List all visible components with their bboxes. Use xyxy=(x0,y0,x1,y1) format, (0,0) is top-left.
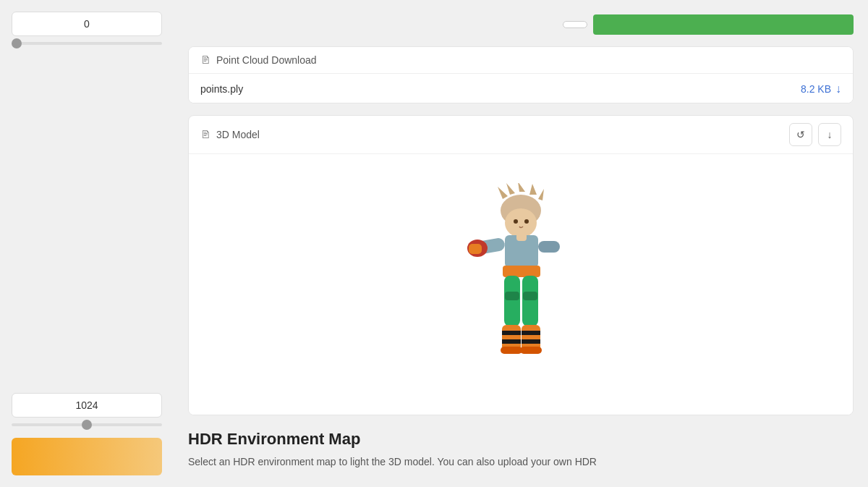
orange-action-button[interactable] xyxy=(12,438,162,475)
point-cloud-section: 🖹 Point Cloud Download points.ply 8.2 KB… xyxy=(188,46,854,103)
point-cloud-download-button[interactable]: 8.2 KB ↓ xyxy=(801,82,841,96)
svg-rect-16 xyxy=(504,276,520,326)
point-cloud-header: 🖹 Point Cloud Download xyxy=(189,47,853,74)
svg-rect-25 xyxy=(522,331,540,335)
model-3d-header: 🖹 3D Model ↺ ↓ xyxy=(189,116,853,154)
svg-rect-13 xyxy=(469,244,482,254)
svg-rect-19 xyxy=(523,292,537,300)
svg-rect-23 xyxy=(501,347,522,354)
svg-marker-4 xyxy=(529,184,537,195)
download-icon: ↓ xyxy=(827,129,833,140)
svg-rect-22 xyxy=(502,339,521,344)
outline-action-button[interactable] xyxy=(563,21,587,28)
point-cloud-file-row: points.ply 8.2 KB ↓ xyxy=(189,74,853,103)
file-icon: 🖹 xyxy=(200,54,210,66)
hdr-title: HDR Environment Map xyxy=(188,430,854,449)
point-cloud-label: Point Cloud Download xyxy=(216,54,317,66)
sidebar: 0 1024 xyxy=(0,0,174,487)
reset-icon: ↺ xyxy=(796,129,805,140)
top-strip xyxy=(188,14,854,35)
top-value-input[interactable]: 0 xyxy=(12,12,162,36)
hdr-section: HDR Environment Map Select an HDR enviro… xyxy=(188,427,854,473)
top-input-group: 0 xyxy=(12,12,162,45)
svg-rect-27 xyxy=(520,347,542,354)
svg-marker-2 xyxy=(506,183,515,195)
green-progress-bar xyxy=(593,14,854,35)
bottom-slider[interactable] xyxy=(12,423,162,426)
point-cloud-download-icon: ↓ xyxy=(835,82,841,96)
svg-point-7 xyxy=(514,219,518,224)
character-svg xyxy=(463,183,579,393)
svg-marker-3 xyxy=(518,183,525,192)
model-viewport[interactable] xyxy=(189,154,853,415)
svg-rect-18 xyxy=(505,292,519,300)
svg-rect-14 xyxy=(538,241,560,253)
svg-marker-5 xyxy=(538,189,544,200)
svg-marker-1 xyxy=(498,187,508,199)
svg-rect-17 xyxy=(522,276,538,326)
bottom-input-group: 1024 xyxy=(12,393,162,426)
top-slider[interactable] xyxy=(12,42,162,45)
svg-rect-15 xyxy=(503,266,540,277)
hdr-description: Select an HDR environment map to light t… xyxy=(188,454,854,470)
svg-rect-26 xyxy=(522,339,540,344)
svg-rect-10 xyxy=(516,232,527,241)
model-3d-section: 🖹 3D Model ↺ ↓ xyxy=(188,115,854,415)
point-cloud-filename: points.ply xyxy=(200,83,243,95)
model-file-icon: 🖹 xyxy=(200,129,210,140)
model-header-actions: ↺ ↓ xyxy=(789,123,841,146)
svg-point-8 xyxy=(524,219,529,224)
model-3d-label: 3D Model xyxy=(216,129,260,140)
svg-rect-21 xyxy=(502,331,521,335)
model-header-left: 🖹 3D Model xyxy=(200,129,260,140)
model-reset-button[interactable]: ↺ xyxy=(789,123,812,146)
point-cloud-filesize: 8.2 KB xyxy=(801,83,831,95)
bottom-value-input[interactable]: 1024 xyxy=(12,393,162,418)
model-download-button[interactable]: ↓ xyxy=(818,123,841,146)
main-content: 🖹 Point Cloud Download points.ply 8.2 KB… xyxy=(174,0,868,487)
